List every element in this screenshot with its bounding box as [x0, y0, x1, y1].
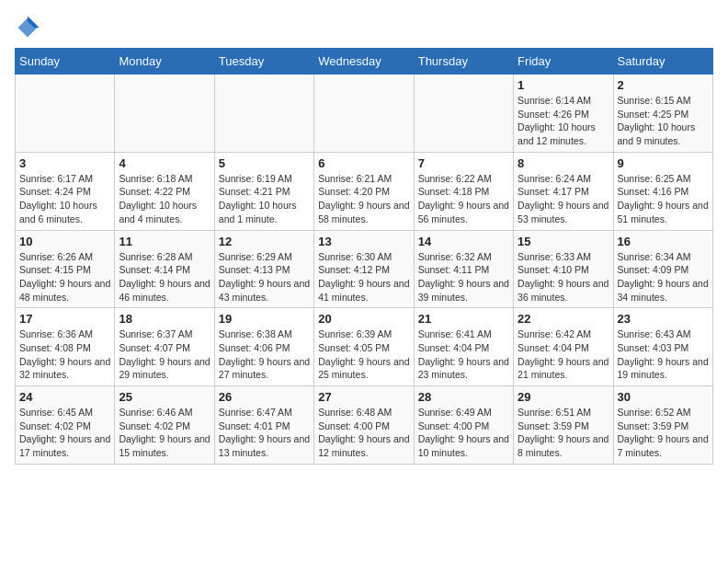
calendar-cell: 26Sunrise: 6:47 AM Sunset: 4:01 PM Dayli… [214, 386, 313, 465]
day-number: 25 [119, 390, 210, 404]
day-number: 14 [418, 235, 509, 248]
calendar-cell [414, 75, 513, 153]
column-header-wednesday: Wednesday [314, 49, 414, 75]
calendar-cell: 17Sunrise: 6:36 AM Sunset: 4:08 PM Dayli… [16, 308, 115, 386]
day-number: 20 [318, 312, 409, 326]
column-header-monday: Monday [115, 49, 214, 75]
day-info: Sunrise: 6:41 AM Sunset: 4:04 PM Dayligh… [418, 327, 509, 382]
day-number: 3 [19, 156, 110, 170]
calendar-week-row: 17Sunrise: 6:36 AM Sunset: 4:08 PM Dayli… [16, 308, 713, 386]
calendar-cell: 24Sunrise: 6:45 AM Sunset: 4:02 PM Dayli… [16, 386, 115, 465]
logo-icon [15, 15, 40, 40]
calendar-cell: 6Sunrise: 6:21 AM Sunset: 4:20 PM Daylig… [314, 152, 414, 230]
calendar-cell: 11Sunrise: 6:28 AM Sunset: 4:14 PM Dayli… [115, 230, 214, 308]
day-number: 5 [219, 156, 310, 170]
day-number: 4 [119, 156, 210, 170]
day-number: 28 [418, 390, 509, 404]
calendar-table: SundayMondayTuesdayWednesdayThursdayFrid… [15, 48, 713, 465]
day-info: Sunrise: 6:43 AM Sunset: 4:03 PM Dayligh… [618, 327, 709, 382]
day-info: Sunrise: 6:52 AM Sunset: 3:59 PM Dayligh… [618, 406, 709, 460]
day-info: Sunrise: 6:51 AM Sunset: 3:59 PM Dayligh… [518, 406, 609, 460]
day-info: Sunrise: 6:18 AM Sunset: 4:22 PM Dayligh… [119, 172, 210, 226]
calendar-cell: 22Sunrise: 6:42 AM Sunset: 4:04 PM Dayli… [514, 308, 613, 386]
calendar-cell [314, 75, 414, 153]
column-header-friday: Friday [514, 49, 613, 75]
calendar-cell: 1Sunrise: 6:14 AM Sunset: 4:26 PM Daylig… [514, 75, 613, 153]
day-number: 15 [518, 235, 609, 248]
calendar-cell: 21Sunrise: 6:41 AM Sunset: 4:04 PM Dayli… [414, 308, 513, 386]
calendar-cell: 27Sunrise: 6:48 AM Sunset: 4:00 PM Dayli… [314, 386, 414, 465]
day-info: Sunrise: 6:36 AM Sunset: 4:08 PM Dayligh… [19, 327, 110, 382]
calendar-header-row: SundayMondayTuesdayWednesdayThursdayFrid… [16, 49, 713, 75]
day-info: Sunrise: 6:38 AM Sunset: 4:06 PM Dayligh… [219, 327, 310, 382]
calendar-cell: 23Sunrise: 6:43 AM Sunset: 4:03 PM Dayli… [613, 308, 712, 386]
day-info: Sunrise: 6:21 AM Sunset: 4:20 PM Dayligh… [318, 172, 409, 226]
calendar-cell: 13Sunrise: 6:30 AM Sunset: 4:12 PM Dayli… [314, 230, 414, 308]
day-info: Sunrise: 6:17 AM Sunset: 4:24 PM Dayligh… [19, 172, 110, 226]
day-info: Sunrise: 6:48 AM Sunset: 4:00 PM Dayligh… [318, 406, 409, 460]
day-number: 10 [19, 235, 110, 248]
day-info: Sunrise: 6:25 AM Sunset: 4:16 PM Dayligh… [618, 172, 709, 226]
logo [15, 15, 44, 40]
day-number: 17 [19, 312, 110, 326]
calendar-cell: 29Sunrise: 6:51 AM Sunset: 3:59 PM Dayli… [514, 386, 613, 465]
day-info: Sunrise: 6:30 AM Sunset: 4:12 PM Dayligh… [318, 250, 409, 304]
day-info: Sunrise: 6:45 AM Sunset: 4:02 PM Dayligh… [19, 406, 110, 460]
calendar-cell: 4Sunrise: 6:18 AM Sunset: 4:22 PM Daylig… [115, 152, 214, 230]
day-number: 30 [618, 390, 709, 404]
calendar-cell: 16Sunrise: 6:34 AM Sunset: 4:09 PM Dayli… [613, 230, 712, 308]
day-number: 24 [19, 390, 110, 404]
calendar-cell: 8Sunrise: 6:24 AM Sunset: 4:17 PM Daylig… [514, 152, 613, 230]
day-number: 29 [518, 390, 609, 404]
day-info: Sunrise: 6:28 AM Sunset: 4:14 PM Dayligh… [119, 250, 210, 304]
day-number: 22 [518, 312, 609, 326]
day-info: Sunrise: 6:49 AM Sunset: 4:00 PM Dayligh… [418, 406, 509, 460]
calendar-cell: 3Sunrise: 6:17 AM Sunset: 4:24 PM Daylig… [16, 152, 115, 230]
day-number: 26 [219, 390, 310, 404]
calendar-cell: 12Sunrise: 6:29 AM Sunset: 4:13 PM Dayli… [214, 230, 313, 308]
calendar-cell: 7Sunrise: 6:22 AM Sunset: 4:18 PM Daylig… [414, 152, 513, 230]
calendar-cell [115, 75, 214, 153]
calendar-week-row: 10Sunrise: 6:26 AM Sunset: 4:15 PM Dayli… [16, 230, 713, 308]
day-info: Sunrise: 6:33 AM Sunset: 4:10 PM Dayligh… [518, 250, 609, 304]
day-info: Sunrise: 6:29 AM Sunset: 4:13 PM Dayligh… [219, 250, 310, 304]
day-info: Sunrise: 6:22 AM Sunset: 4:18 PM Dayligh… [418, 172, 509, 226]
calendar-cell [214, 75, 313, 153]
day-number: 11 [119, 235, 210, 248]
calendar-cell: 10Sunrise: 6:26 AM Sunset: 4:15 PM Dayli… [16, 230, 115, 308]
day-info: Sunrise: 6:14 AM Sunset: 4:26 PM Dayligh… [518, 94, 609, 148]
calendar-cell: 28Sunrise: 6:49 AM Sunset: 4:00 PM Dayli… [414, 386, 513, 465]
calendar-week-row: 24Sunrise: 6:45 AM Sunset: 4:02 PM Dayli… [16, 386, 713, 465]
calendar-cell [16, 75, 115, 153]
day-number: 18 [119, 312, 210, 326]
day-number: 23 [618, 312, 709, 326]
day-info: Sunrise: 6:46 AM Sunset: 4:02 PM Dayligh… [119, 406, 210, 460]
day-info: Sunrise: 6:42 AM Sunset: 4:04 PM Dayligh… [518, 327, 609, 382]
day-number: 12 [219, 235, 310, 248]
day-number: 19 [219, 312, 310, 326]
calendar-cell: 30Sunrise: 6:52 AM Sunset: 3:59 PM Dayli… [613, 386, 712, 465]
day-number: 2 [618, 78, 709, 92]
day-info: Sunrise: 6:24 AM Sunset: 4:17 PM Dayligh… [518, 172, 609, 226]
column-header-tuesday: Tuesday [214, 49, 313, 75]
calendar-cell: 25Sunrise: 6:46 AM Sunset: 4:02 PM Dayli… [115, 386, 214, 465]
day-info: Sunrise: 6:47 AM Sunset: 4:01 PM Dayligh… [219, 406, 310, 460]
day-number: 9 [618, 156, 709, 170]
day-number: 21 [418, 312, 509, 326]
column-header-sunday: Sunday [16, 49, 115, 75]
column-header-thursday: Thursday [414, 49, 513, 75]
day-info: Sunrise: 6:26 AM Sunset: 4:15 PM Dayligh… [19, 250, 110, 304]
calendar-cell: 18Sunrise: 6:37 AM Sunset: 4:07 PM Dayli… [115, 308, 214, 386]
calendar-cell: 20Sunrise: 6:39 AM Sunset: 4:05 PM Dayli… [314, 308, 414, 386]
calendar-week-row: 3Sunrise: 6:17 AM Sunset: 4:24 PM Daylig… [16, 152, 713, 230]
day-info: Sunrise: 6:19 AM Sunset: 4:21 PM Dayligh… [219, 172, 310, 226]
calendar-cell: 14Sunrise: 6:32 AM Sunset: 4:11 PM Dayli… [414, 230, 513, 308]
day-number: 6 [318, 156, 409, 170]
calendar-cell: 2Sunrise: 6:15 AM Sunset: 4:25 PM Daylig… [613, 75, 712, 153]
day-number: 7 [418, 156, 509, 170]
day-number: 16 [618, 235, 709, 248]
day-number: 1 [518, 78, 609, 92]
day-info: Sunrise: 6:32 AM Sunset: 4:11 PM Dayligh… [418, 250, 509, 304]
column-header-saturday: Saturday [613, 49, 712, 75]
day-info: Sunrise: 6:39 AM Sunset: 4:05 PM Dayligh… [318, 327, 409, 382]
